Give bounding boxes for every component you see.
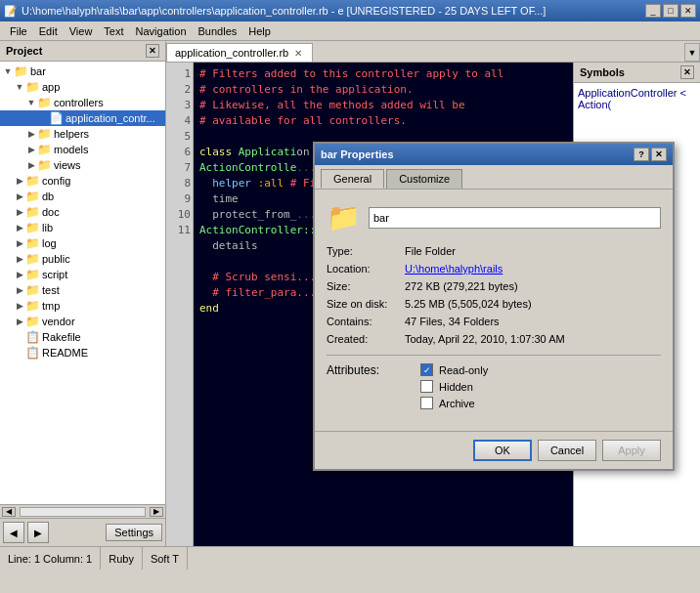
attr-readonly-checkbox[interactable]: ✓	[420, 363, 433, 376]
attributes-section: Attributes: ✓ Read-only Hidden	[327, 363, 661, 413]
attributes-row: Attributes: ✓ Read-only Hidden	[327, 363, 661, 413]
apply-button[interactable]: Apply	[602, 440, 661, 461]
folder-name-input[interactable]	[369, 207, 661, 229]
dialog-footer: OK Cancel Apply	[315, 431, 673, 469]
attr-readonly-label: Read-only	[439, 364, 488, 376]
dialog-title: bar Properties	[321, 148, 394, 160]
cancel-button[interactable]: Cancel	[538, 440, 596, 461]
location-link[interactable]: U:\home\halyph\rails	[405, 263, 661, 275]
properties-table: Type: File Folder Location: U:\home\haly…	[327, 245, 661, 345]
modal-overlay: bar Properties ? ✕ General Customize 📁 T…	[0, 0, 700, 593]
dialog-tabs: General Customize	[315, 165, 673, 190]
prop-size: Size: 272 KB (279,221 bytes)	[327, 280, 661, 292]
tab-general[interactable]: General	[321, 169, 384, 189]
dialog-title-bar: bar Properties ? ✕	[315, 144, 673, 165]
folder-name-row: 📁	[327, 201, 661, 233]
properties-dialog: bar Properties ? ✕ General Customize 📁 T…	[313, 142, 675, 471]
dialog-help-button[interactable]: ?	[634, 148, 649, 161]
attributes-checkboxes: ✓ Read-only Hidden Archive	[405, 363, 488, 413]
tab-customize[interactable]: Customize	[386, 169, 462, 189]
dialog-body: 📁 Type: File Folder Location: U:\home\ha…	[315, 190, 673, 431]
dialog-close-button[interactable]: ✕	[651, 148, 667, 161]
attr-archive-label: Archive	[439, 398, 475, 409]
prop-contains: Contains: 47 Files, 34 Folders	[327, 316, 661, 327]
prop-created: Created: Today, April 22, 2010, 1:07:30 …	[327, 333, 661, 345]
prop-location: Location: U:\home\halyph\rails	[327, 263, 661, 275]
attr-hidden-row: Hidden	[420, 380, 488, 393]
prop-type: Type: File Folder	[327, 245, 661, 257]
ok-button[interactable]: OK	[473, 440, 532, 461]
attr-readonly-row: ✓ Read-only	[420, 363, 488, 376]
attr-archive-checkbox[interactable]	[420, 397, 433, 409]
separator	[327, 355, 661, 356]
attr-archive-row: Archive	[420, 397, 488, 409]
dialog-controls: ? ✕	[634, 148, 667, 161]
attr-hidden-checkbox[interactable]	[420, 380, 433, 393]
folder-big-icon: 📁	[327, 201, 361, 233]
checkmark-icon: ✓	[423, 365, 431, 375]
attr-hidden-label: Hidden	[439, 381, 473, 393]
prop-size-on-disk: Size on disk: 5.25 MB (5,505,024 bytes)	[327, 298, 661, 310]
